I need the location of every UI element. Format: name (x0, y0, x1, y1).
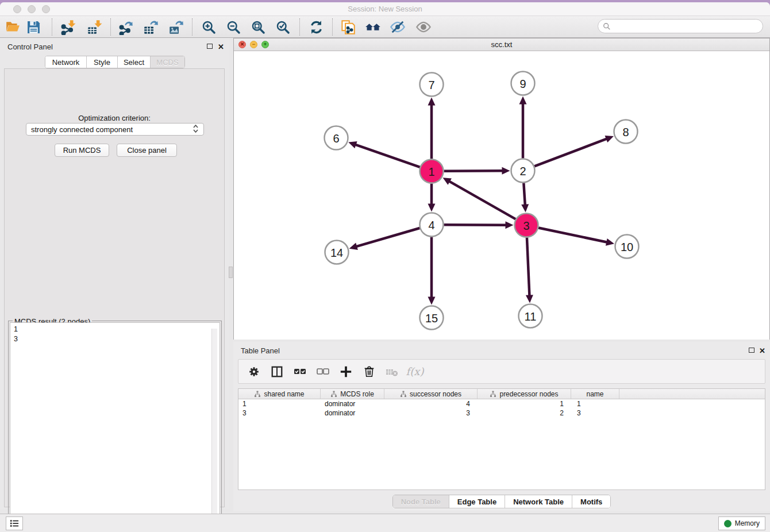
memory-label: Memory (735, 519, 760, 527)
optimization-criterion-label: Optimization criterion: (5, 114, 224, 122)
open-folder-icon[interactable] (5, 19, 21, 35)
graph-edge[interactable] (538, 228, 608, 242)
table-row[interactable]: 3 dominator 3 2 3 (238, 408, 765, 418)
deselect-all-icon[interactable] (315, 364, 330, 379)
run-mcds-button[interactable]: Run MCDS (55, 144, 109, 157)
mcds-panel: Optimization criterion: strongly connect… (4, 68, 225, 507)
mcds-result-text[interactable]: 1 3 (10, 322, 220, 532)
memory-button[interactable]: Memory (718, 516, 765, 530)
refresh-icon[interactable] (308, 19, 324, 35)
graph-edge[interactable] (355, 144, 420, 167)
graph-edge-arrowhead (606, 238, 614, 246)
graph-edge[interactable] (527, 237, 530, 296)
delete-table-icon (384, 364, 399, 379)
tab-select[interactable]: Select (118, 56, 151, 68)
column-header-shared-name[interactable]: shared name (238, 389, 321, 399)
graph-edge-arrowhead (505, 221, 513, 229)
graph-edge[interactable] (444, 225, 507, 225)
column-header-mcds-role[interactable]: MCDS role (321, 389, 384, 399)
import-table-icon[interactable] (86, 19, 102, 35)
close-table-panel-icon[interactable]: ✕ (759, 346, 765, 355)
column-header-predecessor-nodes[interactable]: predecessor nodes (478, 389, 571, 399)
graph-node-label: 9 (519, 78, 526, 90)
network-canvas[interactable]: 1234678910111415 (234, 51, 769, 340)
graph-node-label: 1 (428, 165, 434, 178)
search-input[interactable] (613, 22, 763, 30)
tab-network[interactable]: Network (45, 56, 87, 68)
first-neighbors-icon[interactable] (365, 19, 381, 35)
tab-node-table[interactable]: Node Table (393, 495, 449, 508)
network-window-titlebar: ✕ − + scc.txt (234, 38, 769, 51)
close-panel-icon[interactable]: ✕ (218, 43, 224, 51)
cell-mcds-role[interactable]: dominator (321, 399, 384, 408)
list-icon (9, 519, 20, 528)
zoom-fit-icon[interactable] (250, 19, 266, 35)
network-view-window: ✕ − + scc.txt 1234678910111415 (233, 38, 770, 340)
export-network-icon[interactable] (118, 19, 134, 35)
duplicate-network-icon[interactable] (340, 19, 356, 35)
zoom-in-icon[interactable] (201, 19, 217, 35)
column-type-icon (490, 391, 496, 398)
column-header-successor-nodes[interactable]: successor nodes (384, 389, 478, 399)
graph-edge[interactable] (444, 171, 503, 171)
select-all-icon[interactable] (292, 364, 307, 379)
graph-edge-arrowhead (519, 97, 527, 105)
graph-edge[interactable] (355, 228, 419, 247)
gear-icon[interactable] (247, 364, 261, 379)
graph-edge-arrowhead (502, 167, 510, 175)
node-table: shared name MCDS role successor nodes pr… (238, 388, 765, 490)
float-panel-icon[interactable] (207, 44, 213, 49)
show-all-icon[interactable] (415, 19, 432, 35)
result-line: 1 (14, 325, 220, 334)
cell-name[interactable]: 3 (571, 408, 619, 418)
fx-label: f(x) (406, 365, 424, 377)
cell-successor-nodes[interactable]: 3 (384, 408, 478, 418)
result-line: 3 (14, 334, 220, 344)
cell-predecessor-nodes[interactable]: 1 (478, 399, 571, 408)
cell-shared-name[interactable]: 1 (238, 399, 321, 408)
export-image-icon[interactable] (168, 19, 184, 35)
column-header-name[interactable]: name (571, 389, 619, 399)
network-window-title: scc.txt (234, 40, 769, 49)
criterion-select[interactable]: strongly connected component (26, 123, 204, 136)
save-icon[interactable] (25, 19, 41, 35)
close-panel-button[interactable]: Close panel (117, 144, 177, 157)
hide-selected-icon[interactable] (390, 19, 406, 35)
graph-edge[interactable] (534, 138, 608, 166)
toolbar-separator (52, 18, 52, 36)
cell-name[interactable]: 1 (571, 399, 619, 408)
table-row[interactable]: 1 dominator 4 1 1 (238, 399, 765, 408)
import-network-icon[interactable] (60, 19, 76, 35)
column-type-icon (254, 391, 261, 398)
tab-style[interactable]: Style (87, 56, 118, 68)
task-history-button[interactable] (6, 516, 23, 530)
cell-shared-name[interactable]: 3 (238, 408, 321, 418)
zoom-selected-icon[interactable] (275, 19, 291, 35)
delete-column-icon[interactable] (361, 364, 376, 379)
graph-edge-arrowhead (526, 295, 533, 303)
graph-node-label: 15 (425, 312, 438, 325)
cell-predecessor-nodes[interactable]: 2 (478, 408, 571, 418)
export-table-icon[interactable] (143, 19, 159, 35)
table-toolbar: f(x) (238, 359, 765, 384)
column-view-icon[interactable] (270, 364, 284, 379)
tab-edge-table[interactable]: Edge Table (449, 495, 505, 508)
float-table-panel-icon[interactable] (749, 348, 754, 353)
tab-network-table[interactable]: Network Table (505, 495, 572, 508)
search-field[interactable] (598, 19, 763, 33)
panel-splitter-handle[interactable] (229, 267, 233, 278)
zoom-out-icon[interactable] (225, 19, 241, 35)
result-scrollbar[interactable] (211, 329, 217, 532)
tab-mcds[interactable]: MCDS (151, 56, 184, 68)
function-builder-icon: f(x) (407, 364, 422, 379)
table-header-row: shared name MCDS role successor nodes pr… (238, 389, 765, 399)
cell-successor-nodes[interactable]: 4 (384, 399, 478, 408)
graph-node-label: 4 (428, 219, 434, 232)
graph-edge[interactable] (523, 183, 525, 206)
tab-motifs[interactable]: Motifs (572, 495, 610, 508)
graph-edge[interactable] (448, 181, 515, 219)
search-icon (603, 22, 611, 30)
cell-mcds-role[interactable]: dominator (321, 408, 384, 418)
add-column-icon[interactable] (338, 364, 353, 379)
graph-node-label: 6 (333, 132, 339, 145)
